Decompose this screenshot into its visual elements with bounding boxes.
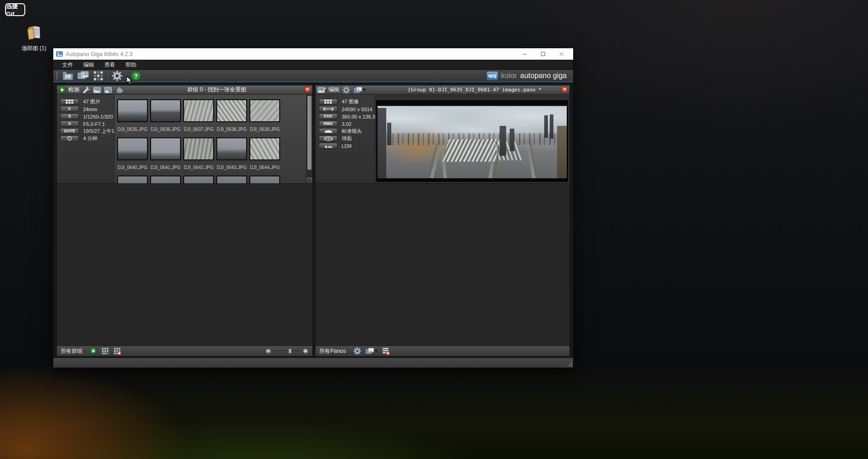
thumbnail-filename: DJI_0636.JPG: [150, 127, 181, 132]
thumbnail[interactable]: [150, 176, 181, 183]
pano-widget-body: 47 图像 24590 x 9314: [316, 95, 569, 183]
pano-tower: [510, 129, 514, 151]
scrollbar-down-button[interactable]: ▼: [307, 177, 312, 183]
plugins-button[interactable]: [115, 86, 124, 94]
menu-help[interactable]: 帮助: [121, 60, 141, 70]
all-groups-label: 所有群组: [61, 347, 83, 355]
info-row-size: 24590 x 9314: [319, 106, 375, 112]
run-all-groups-button[interactable]: [90, 347, 97, 355]
image-browser-button[interactable]: [77, 70, 89, 81]
image-properties-button[interactable]: i: [93, 86, 101, 94]
thumbnail-filename: DJI_0643.JPG: [216, 165, 248, 170]
brand-logo: apg kolor autopano giga: [487, 72, 570, 80]
thumbnail[interactable]: DJI_0639.JPG: [249, 99, 281, 136]
render-dropdown-button[interactable]: [353, 86, 366, 94]
scrollbar-thumb[interactable]: [307, 96, 312, 170]
desktop-shortcut-gif[interactable]: 迅捷Gif: [5, 3, 25, 16]
zoom-slider-track[interactable]: [273, 351, 301, 352]
thumbnail-image: [150, 99, 181, 122]
pano-info-column: 47 图像 24590 x 9314: [316, 95, 375, 183]
statusbar: [53, 357, 573, 368]
menu-file[interactable]: 文件: [58, 60, 77, 70]
thumbnail[interactable]: DJI_0636.JPG: [150, 99, 181, 136]
thumbnail[interactable]: DJI_0640.JPG: [117, 137, 148, 174]
pano-close-button[interactable]: ✕: [562, 87, 568, 93]
group-close-button[interactable]: ✕: [304, 87, 310, 93]
edit-pano-button[interactable]: [317, 86, 326, 94]
thumbnail[interactable]: [249, 176, 281, 183]
menu-edit[interactable]: 编辑: [79, 60, 98, 70]
panos-render-dropdown-button[interactable]: [365, 347, 378, 355]
toolbar-drag-handle[interactable]: [56, 72, 58, 80]
clock-icon: [67, 136, 72, 141]
desktop-folder[interactable]: 场部图 (1): [18, 23, 50, 52]
resize-grip-icon[interactable]: [567, 361, 572, 367]
thumbnail[interactable]: DJI_0642.JPG: [183, 137, 214, 174]
thumbnail[interactable]: DJI_0635.JPG: [117, 99, 148, 136]
open-images-button[interactable]: [62, 70, 74, 81]
stitch-settings-button[interactable]: [92, 70, 104, 81]
image-info-icon: i: [93, 87, 101, 93]
thumbnail[interactable]: DJI_0638.JPG: [216, 99, 248, 136]
zoom-slider-handle[interactable]: [288, 349, 292, 354]
settings-button[interactable]: [111, 70, 123, 81]
thumbnail-row: DJI_0635.JPG DJI_0636.JPG DJI_0637.JPG D…: [117, 99, 281, 136]
width-arrow-icon: [323, 107, 334, 111]
thumbnail[interactable]: [216, 176, 248, 183]
add-group-button[interactable]: [101, 347, 109, 355]
brand-kolor: kolor: [501, 72, 517, 80]
thumbnail-image: [249, 137, 280, 160]
pano-preview[interactable]: [378, 103, 567, 178]
edit-panel-empty-area: [316, 184, 569, 346]
gear-icon: [342, 86, 350, 94]
delete-pano-button[interactable]: [382, 347, 390, 355]
pano-widget: 编辑: [316, 85, 569, 184]
delete-group-button[interactable]: [113, 347, 121, 355]
minimize-button[interactable]: [515, 48, 534, 60]
maximize-icon: [541, 51, 546, 57]
thumbnail-image: [216, 176, 247, 183]
focal-badge: F: [60, 106, 79, 112]
close-button[interactable]: [552, 48, 570, 60]
info-row-date: DATE 19/5/27 上午11:01: [60, 128, 114, 134]
thumbnail-image: [183, 176, 214, 183]
detect-settings-button[interactable]: [82, 86, 90, 94]
thumbnail[interactable]: DJI_0644.JPG: [249, 137, 281, 174]
chevron-down-icon: [374, 350, 378, 352]
edit-panel-footer: 所有Panos: [316, 346, 569, 356]
thumbnail-filename: DJI_0639.JPG: [249, 127, 281, 132]
group-widget-body: 47 图片 F 24mm S 1/1250-1/320 A F5.0-F7.: [57, 95, 312, 183]
add-images-button[interactable]: [104, 86, 113, 94]
thumbnail[interactable]: DJI_0637.JPG: [183, 99, 214, 136]
pano-image-count: 47 图像: [342, 98, 359, 105]
zoom-in-button[interactable]: +: [303, 348, 309, 354]
puzzle-icon: [116, 86, 123, 94]
zoom-out-button[interactable]: −: [265, 348, 271, 354]
edit-image-icon: [317, 86, 326, 93]
window-titlebar: Autopano Giga 64bits 4.2.3: [53, 48, 573, 60]
group-widget: 检测 i: [57, 85, 312, 184]
detect-run-button[interactable]: [59, 86, 66, 94]
info-row-images: 47 图片: [60, 99, 114, 105]
thumbnail[interactable]: [183, 176, 214, 183]
info-row-fov: FOV 360.00 x 136.36: [319, 113, 375, 119]
menu-view[interactable]: 查看: [100, 60, 119, 70]
chevron-down-icon: [362, 89, 366, 91]
apg-logo-icon: apg: [487, 72, 498, 80]
pano-tower: [550, 114, 553, 138]
pano-settings-button[interactable]: [342, 86, 350, 94]
thumbnail-scrollbar[interactable]: ▼: [306, 95, 312, 183]
maximize-button[interactable]: [534, 48, 552, 60]
open-folder-icon: [62, 71, 73, 80]
thumbnail[interactable]: DJI_0641.JPG: [150, 137, 181, 174]
thumbnail-image: [183, 99, 214, 122]
panos-settings-button[interactable]: [353, 347, 361, 355]
info-row-focal: F 24mm: [60, 106, 114, 112]
thumbnail[interactable]: DJI_0643.JPG: [216, 137, 248, 174]
thumbnail-image: [117, 137, 148, 160]
thumbnail[interactable]: [117, 176, 148, 183]
pano-tower: [500, 126, 506, 156]
detect-label: 检测: [68, 86, 79, 94]
photos-icon: [78, 71, 89, 80]
play-icon: [61, 88, 64, 92]
